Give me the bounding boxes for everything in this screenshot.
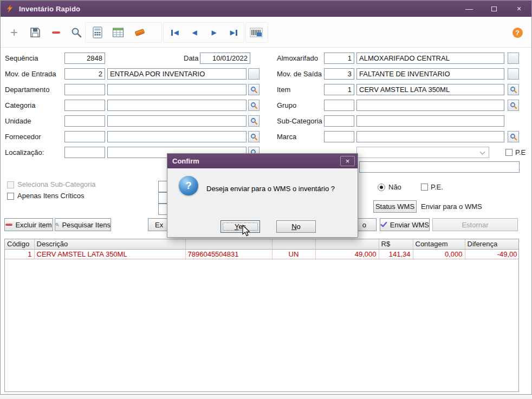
dialog-titlebar[interactable]: Confirm × [167,154,358,168]
col-header-descricao[interactable]: Descrição [34,239,185,249]
excluir-item-label: Excluir item [15,221,51,229]
fornecedor-label: Fornecedor [5,131,41,142]
departamento-lookup-button[interactable] [248,84,259,95]
unidade-code-field[interactable] [64,115,105,127]
marca-label: Marca [277,131,296,142]
marca-desc-field[interactable] [356,131,504,142]
marca-lookup-button[interactable] [508,131,519,142]
pe-checkbox[interactable] [421,184,428,191]
delete-button[interactable] [47,24,64,41]
sub-categoria-desc-field[interactable] [356,115,504,127]
radio-nao[interactable] [378,184,385,191]
departamento-code-field[interactable] [64,84,105,95]
toolbar: + ◀ ◀ ▶ ▶ ? [1,17,531,48]
close-icon: × [346,157,350,165]
nav-last-button[interactable]: ▶ [225,24,242,41]
titlebar[interactable]: Inventário Rapido — × [1,1,531,17]
dialog-close-button[interactable]: × [340,156,355,166]
no-button[interactable]: No [276,220,316,233]
apenas-itens-criticos-checkbox[interactable] [7,193,14,200]
calculator-icon [92,27,103,38]
fornecedor-code-field[interactable] [64,131,105,142]
magnifier-icon [510,102,517,109]
unidade-lookup-button[interactable] [248,115,259,127]
obscured-field-stub [158,192,167,204]
add-button[interactable]: + [5,24,23,41]
cell-contagem: 0,000 [413,249,465,259]
mov-saida-desc-field[interactable]: FALTANTE DE INVENTARIO [356,68,504,80]
grupo-desc-field[interactable] [356,100,504,111]
col-header-3[interactable] [185,239,272,249]
grupo-code-field[interactable] [324,100,354,111]
col-header-rs[interactable]: R$ [379,239,413,249]
close-button[interactable]: × [507,1,531,17]
col-header-codigo[interactable]: Código [5,239,34,249]
sub-categoria-code-field[interactable] [324,115,354,127]
cell-barcode: 7896045504831 [185,249,272,259]
yes-button[interactable]: Yes [220,220,260,233]
almoxarifado-button[interactable] [508,53,519,64]
fornecedor-desc-field[interactable] [107,131,246,142]
data-label: Data [184,53,198,64]
fornecedor-lookup-button[interactable] [248,131,259,142]
categoria-desc-field[interactable] [107,100,246,111]
col-header-5[interactable] [315,239,379,249]
minus-icon [52,31,60,34]
categoria-code-field[interactable] [64,100,105,111]
col-header-4[interactable] [272,239,315,249]
yes-label: Yes [221,223,259,231]
localizacao-code-field[interactable] [64,147,105,158]
grid-view-button[interactable] [109,24,127,41]
unidade-desc-field[interactable] [107,115,246,127]
nav-first-button[interactable]: ◀ [166,24,184,41]
minimize-button[interactable]: — [457,1,482,17]
pesquisar-itens-button[interactable]: Pesquisar Itens [55,218,111,231]
unidade-label: Unidade [5,115,31,127]
maximize-icon [491,6,497,11]
dialog-title: Confirm [172,157,199,165]
almoxarifado-desc-field[interactable]: ALMOXARIFADO CENTRAL [356,53,504,64]
item-lookup-button[interactable] [508,84,519,95]
calculator-button[interactable] [89,24,106,41]
grupo-lookup-button[interactable] [508,100,519,111]
obscured-field-stub [158,181,167,192]
departamento-desc-field[interactable] [107,84,246,95]
maximize-button[interactable] [482,1,507,17]
excluir-item-button[interactable]: Excluir item [4,218,53,231]
mouse-cursor [242,225,251,237]
help-button[interactable]: ? [509,24,526,41]
localizacao-label: Localização: [5,147,44,158]
search-button[interactable] [68,24,85,41]
sequencia-field[interactable]: 2848 [64,53,105,64]
cell-quantidade: 49,000 [315,249,379,259]
mov-saida-button[interactable] [508,68,519,80]
data-field[interactable]: 10/01/2022 [200,53,250,64]
col-header-contagem[interactable]: Contagem [413,239,465,249]
marca-code-field[interactable] [324,131,354,142]
item-code-field[interactable]: 1 [324,84,354,95]
status-wms-button[interactable]: Status WMS [373,200,417,213]
estornar-button: Estornar [432,218,518,231]
table-row[interactable]: 1 CERV AMSTEL LATA 350ML 7896045504831 U… [5,249,519,259]
almoxarifado-code-field[interactable]: 1 [324,53,354,64]
eraser-button[interactable] [131,24,148,41]
mov-saida-code-field[interactable]: 3 [324,68,354,80]
pe-top-checkbox[interactable] [505,149,512,156]
save-button[interactable] [27,24,44,41]
nav-next-button[interactable]: ▶ [205,24,223,41]
check-icon [380,221,387,228]
mov-entrada-desc-field[interactable]: ENTRADA POR INVENTARIO [107,68,246,80]
dropdown-field[interactable] [356,147,489,158]
item-desc-field[interactable]: CERV AMSTEL LATA 350ML [356,84,504,95]
search-icon [70,27,82,38]
col-header-diferenca[interactable]: Diferença [465,239,519,249]
magnifier-icon [250,133,258,141]
nav-prev-button[interactable]: ◀ [186,24,203,41]
mov-entrada-code-field[interactable]: 2 [64,68,105,80]
enviar-wms-button[interactable]: Enviar WMS [380,218,430,231]
wide-text-field[interactable] [359,161,520,173]
barcode-button[interactable] [248,24,265,41]
categoria-lookup-button[interactable] [248,100,259,111]
mov-entrada-button[interactable] [248,68,259,80]
cell-unidade: UN [272,249,315,259]
